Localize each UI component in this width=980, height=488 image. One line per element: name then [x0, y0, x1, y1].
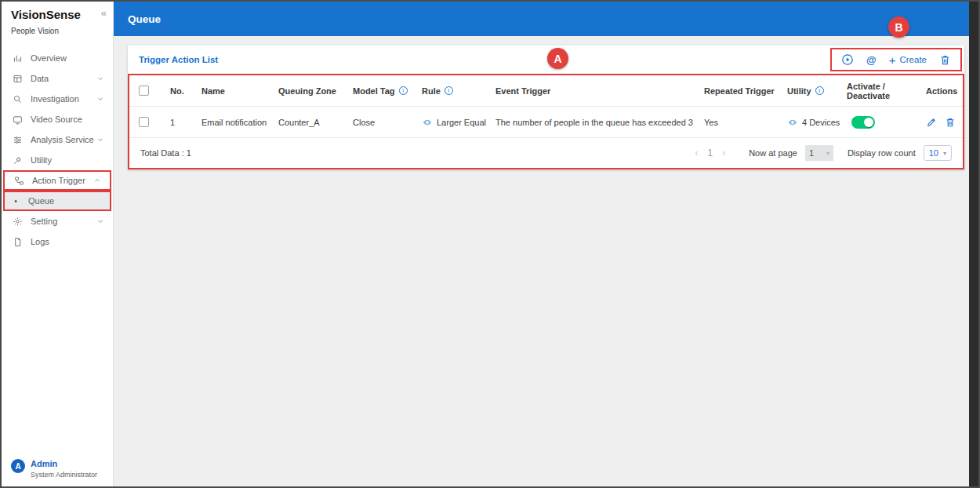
column-header-rule: Rule — [422, 86, 441, 96]
bullet-icon: • — [11, 197, 20, 206]
sidebar-item-queue[interactable]: • Queue — [5, 192, 110, 209]
eye-icon — [787, 117, 798, 128]
chevron-up-icon — [93, 176, 102, 185]
column-header-repeated-trigger: Repeated Trigger — [704, 86, 775, 96]
row-checkbox[interactable] — [139, 117, 149, 127]
annotation-box-queue: • Queue — [3, 191, 111, 211]
sidebar-item-label: Utility — [31, 155, 52, 165]
column-header-activate-deactivate: Activate / Deactivate — [847, 82, 921, 100]
sidebar-item-investigation[interactable]: Investigation — [2, 89, 113, 109]
eye-icon — [422, 117, 433, 128]
page-input[interactable]: 1 ▾ — [805, 145, 833, 161]
sidebar-item-label: Logs — [31, 237, 49, 246]
sidebar-collapse-icon[interactable]: « — [101, 8, 107, 18]
create-button[interactable]: + Create — [889, 54, 927, 66]
trash-icon[interactable] — [945, 117, 956, 128]
table-header-row: No. Name Queuing Zone Model Tag i Rule i… — [129, 75, 963, 107]
content-area: Trigger Action List @ + Create — [114, 36, 969, 169]
sliders-icon — [13, 135, 23, 145]
panel-header: Trigger Action List @ + Create — [128, 46, 964, 74]
sidebar-item-label: Overview — [31, 53, 67, 63]
sidebar-item-label: Action Trigger — [32, 176, 85, 185]
page-title: Queue — [128, 13, 161, 25]
app-subtitle: People Vision — [11, 27, 81, 35]
toolbar-annotation-box: @ + Create — [830, 48, 962, 71]
cell-queuing-zone: Counter_A — [278, 118, 320, 127]
prev-page-icon[interactable]: ‹ — [690, 147, 702, 158]
info-icon[interactable]: i — [445, 86, 453, 95]
info-icon[interactable]: i — [399, 86, 408, 95]
play-circle-icon[interactable] — [841, 53, 854, 66]
column-header-event-trigger: Event Trigger — [495, 86, 550, 96]
gear-icon — [13, 217, 23, 227]
create-button-label: Create — [899, 55, 927, 64]
sidebar-item-utility[interactable]: Utility — [2, 150, 113, 170]
monitor-icon — [13, 115, 23, 125]
user-name: Admin — [31, 459, 97, 468]
page-number[interactable]: 1 — [702, 147, 717, 158]
sidebar: VisionSense People Vision « Overview Dat… — [2, 2, 114, 486]
sidebar-item-label: Investigation — [31, 94, 79, 104]
chevron-down-icon — [96, 94, 105, 104]
sidebar-header: VisionSense People Vision « — [2, 2, 113, 35]
column-header-utility: Utility — [787, 86, 811, 96]
app-logo: VisionSense — [11, 8, 81, 21]
next-page-icon[interactable]: › — [717, 147, 730, 158]
panel-title: Trigger Action List — [139, 55, 218, 64]
chevron-down-icon: ▾ — [943, 150, 946, 157]
sidebar-item-label: Analysis Service — [31, 135, 94, 144]
sidebar-item-data[interactable]: Data — [2, 68, 113, 89]
cell-no: 1 — [170, 118, 175, 127]
row-count-select[interactable]: 10 ▾ — [924, 145, 952, 161]
plus-icon: + — [889, 54, 896, 66]
annotation-box-action-trigger: Action Trigger — [3, 170, 111, 191]
annotation-b: B — [888, 16, 909, 38]
sidebar-item-action-trigger[interactable]: Action Trigger — [5, 172, 110, 189]
file-icon — [13, 237, 23, 247]
page-input-value: 1 — [809, 148, 814, 158]
sidebar-item-overview[interactable]: Overview — [2, 48, 113, 68]
sidebar-item-label: Setting — [31, 217, 57, 226]
row-count-value: 10 — [929, 148, 938, 158]
sidebar-item-logs[interactable]: Logs — [2, 231, 113, 252]
column-header-queuing-zone: Queuing Zone — [278, 86, 336, 96]
overview-icon — [13, 53, 23, 64]
total-count: Total Data : 1 — [140, 148, 191, 158]
activate-toggle[interactable] — [851, 116, 875, 129]
row-count-label: Display row count — [848, 148, 916, 158]
cell-event-trigger: The number of people in the queue has ex… — [495, 118, 693, 127]
data-icon — [13, 74, 23, 84]
sidebar-item-analysis-service[interactable]: Analysis Service — [2, 129, 113, 150]
cell-name: Email notification — [201, 118, 267, 127]
trigger-action-panel: Trigger Action List @ + Create — [128, 46, 964, 169]
sidebar-item-setting[interactable]: Setting — [2, 211, 113, 231]
chevron-down-icon — [96, 217, 105, 226]
avatar: A — [11, 459, 25, 473]
info-icon[interactable]: i — [815, 86, 824, 95]
at-circle-icon[interactable]: @ — [866, 54, 877, 66]
chevron-down-icon — [96, 74, 105, 83]
cell-repeated-trigger: Yes — [704, 118, 718, 127]
select-all-checkbox[interactable] — [139, 86, 149, 96]
sidebar-menu: Overview Data Investigation — [2, 48, 113, 252]
annotation-a: A — [547, 48, 568, 69]
column-header-model-tag: Model Tag — [353, 86, 395, 96]
app-window: VisionSense People Vision « Overview Dat… — [0, 0, 980, 488]
trigger-action-table: No. Name Queuing Zone Model Tag i Rule i… — [128, 74, 964, 169]
now-at-page-label: Now at page — [749, 148, 797, 158]
cell-utility: 4 Devices — [802, 118, 840, 127]
table-footer: Total Data : 1 ‹ 1 › Now at page 1 ▾ — [129, 138, 963, 168]
table-row: 1 Email notification Counter_A Close Lar… — [129, 107, 963, 138]
column-header-no: No. — [170, 86, 184, 96]
edit-icon[interactable] — [926, 117, 937, 128]
trash-icon[interactable] — [939, 54, 951, 66]
user-profile[interactable]: A Admin System Administrator — [11, 459, 97, 479]
chevron-down-icon: ▾ — [826, 150, 829, 157]
window-edge — [969, 2, 978, 486]
sidebar-item-label: Video Source — [31, 115, 82, 124]
sidebar-item-video-source[interactable]: Video Source — [2, 109, 113, 129]
main-area: Queue Trigger Action List @ + Create — [114, 2, 969, 486]
search-icon — [13, 94, 23, 104]
flow-icon — [14, 176, 24, 186]
column-header-actions: Actions — [926, 86, 957, 96]
